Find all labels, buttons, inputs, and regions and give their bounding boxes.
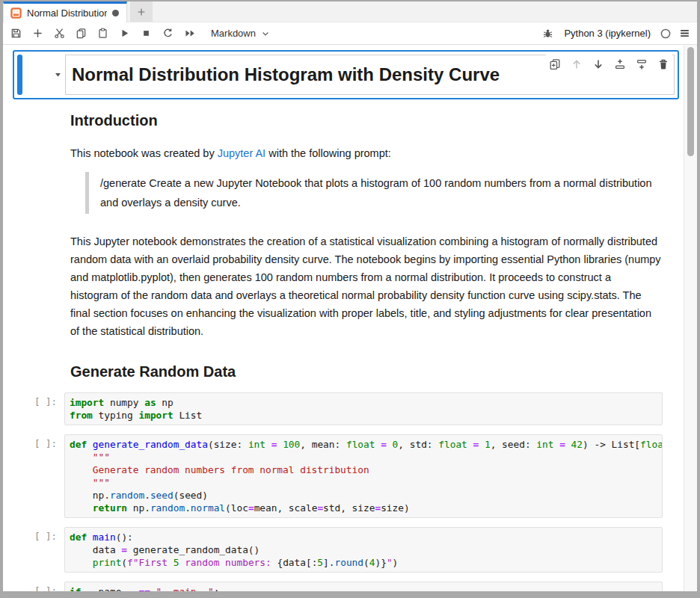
notebook-description: This Jupyter notebook demonstrates the c… — [70, 232, 661, 340]
insert-cell-button[interactable] — [31, 27, 44, 40]
trash-icon — [657, 58, 669, 70]
prompt-blockquote: /generate Create a new Jupyter Notebook … — [85, 172, 654, 214]
arrow-down-icon — [592, 58, 604, 70]
notebook-toolbar: Markdown Python 3 (ipykernel) — [3, 22, 697, 45]
heading-collapse-caret-icon[interactable] — [53, 70, 63, 80]
tab-bar: Normal Distribution Histogr — [3, 1, 697, 22]
kernel-name[interactable]: Python 3 (ipykernel) — [564, 28, 651, 39]
run-all-cells-button[interactable] — [183, 27, 196, 40]
notebook-tab[interactable]: Normal Distribution Histogr — [3, 1, 127, 22]
notebook-title-heading: Normal Distribution Histogram with Densi… — [72, 64, 500, 85]
code-cell-name-main-guard[interactable]: [ ]: if __name__ == "__main__": main() — [3, 582, 663, 591]
insert-above-icon — [614, 58, 626, 70]
kernel-idle-circle-icon — [660, 28, 672, 40]
code-editor[interactable]: def main(): data = generate_random_data(… — [64, 527, 663, 573]
cell-type-value: Markdown — [211, 28, 256, 39]
copy-icon — [76, 28, 87, 39]
insert-below-icon — [636, 58, 648, 70]
vertical-scrollbar-track[interactable] — [684, 45, 697, 591]
new-tab-button[interactable] — [130, 1, 153, 22]
code-cell-list: [ ]: import numpy as npfrom typing impor… — [3, 392, 684, 591]
arrow-up-icon — [571, 58, 583, 70]
code-cell-generate-function[interactable]: [ ]: def generate_random_data(size: int … — [3, 434, 663, 518]
run-cell-button[interactable] — [118, 27, 131, 40]
duplicate-icon — [549, 58, 561, 70]
tab-title: Normal Distribution Histogr — [27, 7, 107, 19]
fast-forward-icon — [184, 28, 196, 39]
run-icon — [119, 28, 130, 39]
introduction-heading: Introduction — [70, 112, 661, 129]
stop-icon — [141, 28, 152, 39]
markdown-cell-title[interactable]: Normal Distribution Histogram with Densi… — [13, 50, 679, 99]
main-menu-button[interactable] — [678, 27, 691, 40]
hamburger-menu-icon — [679, 28, 690, 39]
plus-icon — [136, 7, 147, 17]
interrupt-kernel-button[interactable] — [140, 27, 153, 40]
markdown-cell-introduction[interactable]: Introduction This notebook was created b… — [3, 112, 684, 380]
code-editor[interactable]: import numpy as npfrom typing import Lis… — [64, 392, 663, 425]
notebook-scroll-area: Normal Distribution Histogram with Densi… — [3, 45, 684, 591]
notebook-file-icon — [10, 7, 22, 19]
code-cell-main-function[interactable]: [ ]: def main(): data = generate_random_… — [3, 527, 663, 573]
paste-icon — [97, 28, 108, 39]
unsaved-changes-indicator — [112, 10, 119, 16]
cell-collapser-bar[interactable] — [17, 55, 22, 95]
jupyterlab-window: Normal Distribution Histogr — [3, 1, 697, 591]
insert-cell-below-button[interactable] — [636, 58, 648, 70]
move-cell-down-button[interactable] — [592, 58, 604, 70]
save-icon — [10, 28, 22, 39]
kernel-status-indicator[interactable] — [659, 27, 672, 40]
generate-random-data-heading: Generate Random Data — [70, 363, 661, 380]
debugger-button[interactable] — [541, 27, 554, 40]
copy-cells-button[interactable] — [75, 27, 88, 40]
chevron-down-icon — [261, 29, 270, 38]
code-editor[interactable]: if __name__ == "__main__": main() — [64, 582, 663, 591]
move-cell-up-button[interactable] — [571, 58, 583, 70]
restart-icon — [162, 28, 174, 39]
cell-prompt: [ ]: — [3, 527, 64, 543]
created-by-paragraph: This notebook was created by Jupyter AI … — [70, 144, 661, 162]
restart-kernel-button[interactable] — [162, 27, 174, 40]
cell-type-dropdown[interactable]: Markdown — [211, 28, 270, 39]
insert-cell-above-button[interactable] — [614, 58, 626, 70]
scissors-icon — [54, 28, 65, 39]
paste-cells-button[interactable] — [96, 27, 109, 40]
duplicate-cell-button[interactable] — [549, 58, 561, 70]
cell-prompt: [ ]: — [3, 434, 64, 450]
delete-cell-button[interactable] — [657, 58, 669, 70]
code-editor[interactable]: def generate_random_data(size: int = 100… — [64, 434, 663, 518]
cell-toolbar — [546, 54, 672, 75]
cell-prompt: [ ]: — [3, 392, 64, 408]
plus-icon — [32, 28, 43, 39]
cut-cells-button[interactable] — [53, 27, 66, 40]
bug-icon — [542, 28, 553, 39]
vertical-scrollbar-thumb[interactable] — [687, 47, 694, 156]
cell-prompt: [ ]: — [3, 582, 64, 591]
jupyter-ai-link[interactable]: Jupyter AI — [218, 147, 265, 159]
save-button[interactable] — [10, 27, 22, 40]
code-cell-imports[interactable]: [ ]: import numpy as npfrom typing impor… — [3, 392, 663, 425]
